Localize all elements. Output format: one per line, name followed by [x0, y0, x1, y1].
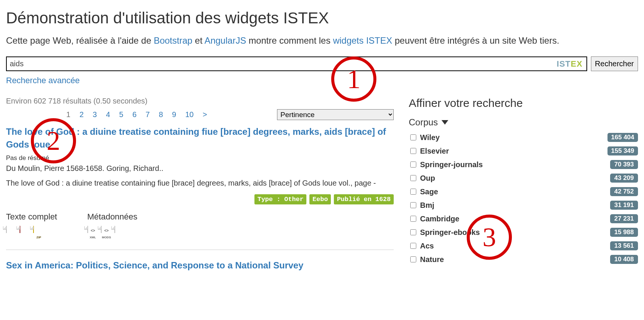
facet-count-badge: 42 752 [610, 187, 638, 196]
logo-ex: EX [571, 59, 582, 69]
facet-count-badge: 43 209 [610, 174, 638, 183]
result-title-link[interactable]: The love of God : a diuine treatise cont… [6, 126, 386, 149]
facet-checkbox[interactable] [410, 229, 416, 235]
result-title: The love of God : a diuine treatise cont… [6, 125, 394, 151]
facet-checkbox[interactable] [410, 243, 416, 249]
pager-row: 12345678910> Pertinence [6, 109, 394, 120]
facet-list: Wiley165 404Elsevier155 349Springer-jour… [409, 133, 638, 264]
facet-checkbox[interactable] [410, 148, 416, 154]
download-row: Texte complet PDFZIP Métadonnées <>XML<>… [6, 212, 394, 240]
facet-label: Cambridge [420, 215, 610, 223]
facet-item: Springer-journals70 393 [409, 160, 638, 169]
intro-paragraph: Cette page Web, réalisée à l'aide de Boo… [6, 34, 638, 47]
fulltext-heading: Texte complet [6, 212, 57, 222]
plain-file-icon[interactable] [114, 226, 126, 240]
page-link[interactable]: 7 [146, 110, 150, 119]
facet-label: Acs [420, 242, 610, 250]
fulltext-group: Texte complet PDFZIP [6, 212, 57, 240]
search-input[interactable] [7, 57, 553, 70]
facet-checkbox[interactable] [410, 216, 416, 222]
intro-text: Cette page Web, réalisée à l'aide de [6, 35, 154, 46]
facets-title: Affiner votre recherche [409, 97, 638, 110]
facet-count-badge: 10 408 [610, 255, 638, 264]
result-tags: Type : OtherEeboPublié en 1628 [6, 194, 394, 204]
facet-label: Springer-ebooks [420, 228, 610, 237]
search-bar: ISTEX Rechercher [6, 56, 638, 71]
intro-text: peuvent être intégrés à un site Web tier… [395, 35, 559, 46]
facet-count-badge: 31 191 [610, 201, 638, 210]
result-tag: Publié en 1628 [334, 194, 394, 204]
facet-item: Cambridge27 231 [409, 214, 638, 223]
intro-text: montre comment les [249, 35, 333, 46]
page-link[interactable]: 4 [106, 110, 110, 119]
facet-count-badge: 27 231 [610, 214, 638, 223]
facet-item: Acs13 561 [409, 241, 638, 250]
facet-item: Sage42 752 [409, 187, 638, 196]
result-tag: Eebo [309, 194, 331, 204]
intro-text: et [195, 35, 204, 46]
facet-label: Sage [420, 187, 610, 196]
facet-checkbox[interactable] [410, 162, 416, 168]
result-source: The love of God : a diuine treatise cont… [6, 179, 394, 187]
facet-count-badge: 155 349 [607, 146, 638, 155]
facet-label: Oup [420, 174, 610, 183]
facet-item: Nature10 408 [409, 255, 638, 264]
facet-label: Bmj [420, 201, 610, 210]
metadata-heading: Métadonnées [87, 212, 137, 222]
facet-count-badge: 70 393 [610, 160, 638, 169]
result-tag: Type : Other [254, 194, 306, 204]
fulltext-icons: PDFZIP [6, 226, 57, 240]
page-link[interactable]: 5 [119, 110, 123, 119]
page-link[interactable]: 3 [93, 110, 97, 119]
page-link[interactable]: 9 [172, 110, 176, 119]
page-link[interactable]: 2 [79, 110, 84, 119]
page-link[interactable]: 6 [132, 110, 137, 119]
link-bootstrap[interactable]: Bootstrap [154, 35, 192, 46]
facet-checkbox[interactable] [410, 134, 416, 140]
sort-select[interactable]: Pertinence [277, 109, 394, 120]
plain-file-icon[interactable] [6, 226, 17, 240]
istex-logo: ISTEX [553, 59, 586, 69]
facet-label: Nature [420, 255, 610, 264]
zip-file-icon[interactable]: ZIP [33, 226, 44, 240]
mods-file-icon[interactable]: <>MODS [101, 226, 112, 240]
facet-label: Wiley [420, 133, 607, 142]
xml-file-icon[interactable]: <>XML [87, 226, 99, 240]
facets-column: Affiner votre recherche Corpus Wiley165 … [409, 97, 638, 268]
facet-item: Bmj31 191 [409, 201, 638, 210]
facet-group-label: Corpus [409, 117, 438, 128]
page-title: Démonstration d'utilisation des widgets … [6, 9, 638, 27]
facet-label: Elsevier [420, 147, 607, 155]
pdf-file-icon[interactable]: PDF [20, 226, 31, 240]
facet-checkbox[interactable] [410, 189, 416, 195]
no-abstract-text: Pas de résumé [6, 154, 394, 162]
link-angularjs[interactable]: AngularJS [204, 35, 246, 46]
search-button[interactable]: Rechercher [591, 56, 638, 71]
facet-checkbox[interactable] [410, 202, 416, 208]
page-link[interactable]: > [202, 110, 207, 119]
facet-count-badge: 15 988 [610, 228, 638, 237]
result-title: Sex in America: Politics, Science, and R… [6, 259, 394, 272]
search-input-wrap: ISTEX [6, 56, 587, 71]
caret-down-icon [442, 120, 448, 125]
advanced-search-link[interactable]: Recherche avancée [6, 76, 80, 85]
facet-label: Springer-journals [420, 160, 610, 169]
facet-checkbox[interactable] [410, 175, 416, 181]
facet-item: Wiley165 404 [409, 133, 638, 142]
page-link[interactable]: 8 [159, 110, 163, 119]
facet-item: Springer-ebooks15 988 [409, 228, 638, 237]
link-widgets-istex[interactable]: widgets ISTEX [333, 35, 392, 46]
result-authors: Du Moulin, Pierre 1568-1658. Goring, Ric… [6, 164, 394, 173]
facet-count-badge: 165 404 [607, 133, 638, 142]
pagination: 12345678910> [6, 110, 207, 119]
page-link[interactable]: 10 [185, 110, 193, 119]
facet-item: Oup43 209 [409, 174, 638, 183]
facet-checkbox[interactable] [410, 256, 416, 262]
logo-ist: IST [557, 59, 571, 69]
results-column: Environ 602 718 résultats (0.50 secondes… [6, 97, 394, 276]
result-separator [6, 250, 394, 250]
metadata-icons: <>XML<>MODS [87, 226, 137, 240]
result-title-link[interactable]: Sex in America: Politics, Science, and R… [6, 260, 303, 270]
result-count: Environ 602 718 résultats (0.50 secondes… [6, 97, 394, 105]
facet-group-toggle[interactable]: Corpus [409, 117, 638, 128]
